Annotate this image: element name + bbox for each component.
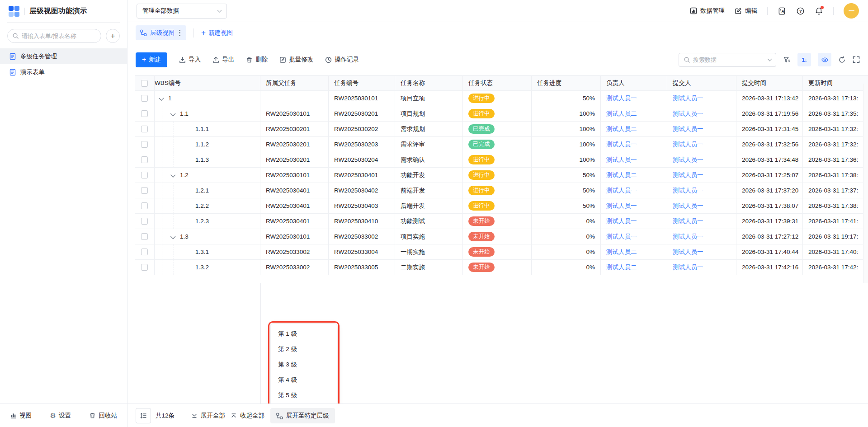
expand-all-button[interactable]: 展开全部 xyxy=(191,404,225,427)
batch-edit-button[interactable]: 批量修改 xyxy=(279,56,313,64)
vertical-scrollbar[interactable] xyxy=(863,84,868,283)
submitter-link[interactable]: 测试人员一 xyxy=(673,94,703,103)
submitter-link[interactable]: 测试人员一 xyxy=(673,171,703,179)
help-icon[interactable]: ? xyxy=(796,7,805,15)
row-checkbox[interactable] xyxy=(141,126,148,132)
column-header-1[interactable]: WBS编号 xyxy=(155,76,260,90)
views-button[interactable]: 视图 xyxy=(10,412,32,420)
notification-bell-icon[interactable] xyxy=(815,7,823,15)
row-checkbox[interactable] xyxy=(141,249,148,255)
column-header-9[interactable]: 提交时间 xyxy=(736,76,803,90)
row-checkbox[interactable] xyxy=(141,156,148,163)
level-option-3[interactable]: 第 3 级 xyxy=(271,357,337,372)
add-form-button[interactable]: + xyxy=(106,29,120,43)
row-checkbox[interactable] xyxy=(141,141,148,148)
sort-button[interactable]: 1↓ xyxy=(797,53,811,66)
submitter-link[interactable]: 测试人员一 xyxy=(673,187,703,195)
submitter-link[interactable]: 测试人员一 xyxy=(673,248,703,256)
delete-button[interactable]: 删除 xyxy=(246,56,268,64)
form-search-box[interactable] xyxy=(7,29,101,43)
select-all-checkbox[interactable] xyxy=(141,80,148,87)
owner-link[interactable]: 测试人员一 xyxy=(606,217,637,225)
collapse-chevron-icon[interactable] xyxy=(159,95,164,100)
column-header-8[interactable]: 提交人 xyxy=(667,76,736,90)
table-row[interactable]: 1.3.1RW2025033002RW2025033004一期实施未开始0%测试… xyxy=(135,244,868,260)
tab-menu-icon[interactable] xyxy=(178,29,182,37)
data-search-box[interactable] xyxy=(679,53,776,67)
owner-link[interactable]: 测试人员二 xyxy=(606,171,637,179)
collapse-all-button[interactable]: 收起全部 xyxy=(231,404,264,427)
table-row[interactable]: 1.2.2RW2025030401RW2025030403后端开发进行中50%测… xyxy=(135,198,868,214)
row-checkbox[interactable] xyxy=(141,110,148,117)
submitter-link[interactable]: 测试人员一 xyxy=(673,263,703,272)
recycle-bin-button[interactable]: 回收站 xyxy=(89,412,117,420)
table-row[interactable]: 1.1.2RW2025030201RW2025030203需求评审已完成100%… xyxy=(135,137,868,152)
table-row[interactable]: 1.1.1RW2025030201RW2025030202需求规划已完成100%… xyxy=(135,122,868,137)
row-checkbox[interactable] xyxy=(141,264,148,271)
owner-link[interactable]: 测试人员二 xyxy=(606,125,637,133)
submitter-link[interactable]: 测试人员一 xyxy=(673,110,703,118)
expand-to-level-button[interactable]: 展开至特定层级 xyxy=(270,408,335,423)
row-checkbox[interactable] xyxy=(141,233,148,240)
submitter-link[interactable]: 测试人员一 xyxy=(673,141,703,149)
row-checkbox[interactable] xyxy=(141,218,148,225)
edit-button[interactable]: 编辑 xyxy=(735,7,757,15)
settings-button[interactable]: ⚙ 设置 xyxy=(50,412,71,420)
submitter-link[interactable]: 测试人员一 xyxy=(673,125,703,133)
sidebar-item-0[interactable]: 多级任务管理 xyxy=(0,48,127,64)
row-checkbox[interactable] xyxy=(141,95,148,102)
owner-link[interactable]: 测试人员一 xyxy=(606,202,637,210)
column-header-2[interactable]: 所属父任务 xyxy=(260,76,329,90)
level-option-2[interactable]: 第 2 级 xyxy=(271,342,337,357)
table-row[interactable]: 1.3RW2025030101RW2025033002项目实施未开始0%测试人员… xyxy=(135,229,868,244)
column-header-3[interactable]: 任务编号 xyxy=(329,76,395,90)
fullscreen-icon[interactable] xyxy=(853,56,860,63)
data-scope-select[interactable]: 管理全部数据 xyxy=(137,4,227,19)
column-header-7[interactable]: 负责人 xyxy=(601,76,667,90)
owner-link[interactable]: 测试人员二 xyxy=(606,110,637,118)
docs-button[interactable]: A xyxy=(778,7,786,15)
level-option-4[interactable]: 第 4 级 xyxy=(271,372,337,388)
table-row[interactable]: 1.2.3RW2025030401RW2025030410功能测试未开始0%测试… xyxy=(135,214,868,229)
operation-log-button[interactable]: 操作记录 xyxy=(325,56,359,64)
data-manage-button[interactable]: 数据管理 xyxy=(690,7,725,15)
owner-link[interactable]: 测试人员二 xyxy=(606,263,637,272)
owner-link[interactable]: 测试人员一 xyxy=(606,141,637,149)
table-row[interactable]: 1.2RW2025030101RW2025030401功能开发进行中50%测试人… xyxy=(135,168,868,183)
row-checkbox[interactable] xyxy=(141,187,148,194)
submitter-link[interactable]: 测试人员一 xyxy=(673,233,703,241)
data-search-input[interactable] xyxy=(693,56,765,63)
table-row[interactable]: 1.1RW2025030101RW2025030201项目规划进行中100%测试… xyxy=(135,106,868,122)
column-header-10[interactable]: 更新时间 xyxy=(803,76,868,90)
sidebar-item-1[interactable]: 演示表单 xyxy=(0,64,127,80)
show-hide-fields-button[interactable] xyxy=(818,53,831,66)
submitter-link[interactable]: 测试人员一 xyxy=(673,156,703,164)
submitter-link[interactable]: 测试人员一 xyxy=(673,217,703,225)
row-checkbox[interactable] xyxy=(141,172,148,178)
user-avatar[interactable] xyxy=(844,3,859,19)
collapse-chevron-icon[interactable] xyxy=(170,111,175,116)
table-row[interactable]: 1.2.1RW2025030401RW2025030402前端开发进行中50%测… xyxy=(135,183,868,198)
form-search-input[interactable] xyxy=(22,33,96,39)
table-row[interactable]: 1RW2025030101项目立项进行中50%测试人员一测试人员一2026-03… xyxy=(135,91,868,106)
row-height-button[interactable] xyxy=(136,408,151,423)
export-button[interactable]: 导出 xyxy=(212,56,234,64)
column-header-4[interactable]: 任务名称 xyxy=(395,76,463,90)
new-view-button[interactable]: + 新建视图 xyxy=(201,29,233,37)
collapse-chevron-icon[interactable] xyxy=(170,172,175,177)
owner-link[interactable]: 测试人员一 xyxy=(606,187,637,195)
owner-link[interactable]: 测试人员一 xyxy=(606,156,637,164)
row-checkbox[interactable] xyxy=(141,202,148,209)
owner-link[interactable]: 测试人员一 xyxy=(606,94,637,103)
table-row[interactable]: 1.1.3RW2025030201RW2025030204需求确认进行中100%… xyxy=(135,152,868,168)
level-option-5[interactable]: 第 5 级 xyxy=(271,388,337,403)
column-header-6[interactable]: 任务进度 xyxy=(532,76,601,90)
chevron-down-icon[interactable] xyxy=(768,57,772,61)
filter-icon[interactable] xyxy=(783,56,791,64)
owner-link[interactable]: 测试人员一 xyxy=(606,233,637,241)
table-row[interactable]: 1.3.2RW2025033002RW2025033005二期实施未开始0%测试… xyxy=(135,260,868,275)
import-button[interactable]: 导入 xyxy=(179,56,201,64)
new-record-button[interactable]: + 新建 xyxy=(136,52,167,67)
column-header-5[interactable]: 任务状态 xyxy=(463,76,532,90)
level-option-1[interactable]: 第 1 级 xyxy=(271,326,337,342)
